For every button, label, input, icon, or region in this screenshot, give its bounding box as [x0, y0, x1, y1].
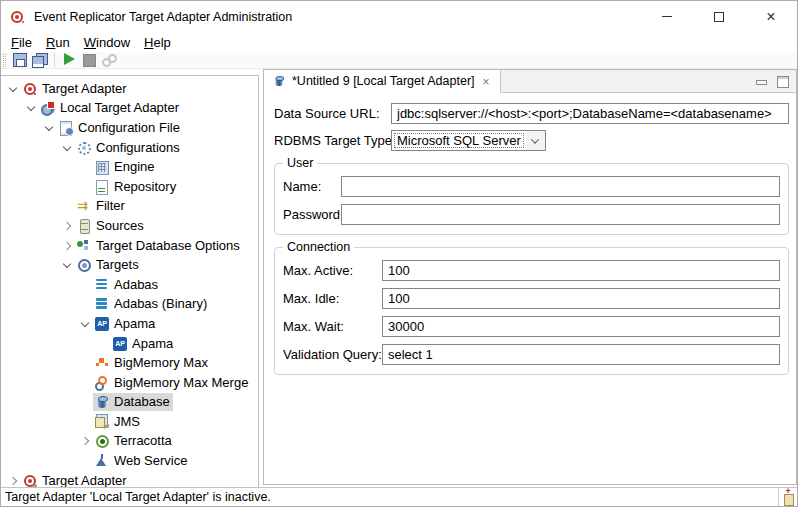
chevron-spacer	[59, 198, 75, 214]
targets-icon	[76, 257, 92, 273]
tree-item-terracotta[interactable]: Terracotta	[1, 432, 258, 452]
menu-file[interactable]: File	[4, 34, 39, 51]
menu-run[interactable]: Run	[39, 34, 77, 51]
chevron-down-icon[interactable]	[23, 100, 39, 116]
tree-item-sources[interactable]: Sources	[1, 216, 258, 236]
stop-icon[interactable]	[81, 52, 98, 68]
engine-icon	[94, 159, 110, 175]
chevron-down-icon[interactable]	[5, 81, 21, 97]
tree-item-bigmemory-max[interactable]: BigMemory Max	[1, 353, 258, 373]
maximize-icon	[714, 12, 724, 22]
tab-close-icon[interactable]: ×	[480, 75, 493, 88]
toolbar-separator	[54, 53, 55, 67]
app-window: Event Replicator Target Adapter Administ…	[0, 0, 798, 507]
configuration-file-icon	[58, 120, 74, 136]
data-source-url-input[interactable]	[391, 103, 789, 124]
bigmemory-max-icon	[94, 355, 110, 371]
password-field[interactable]	[341, 204, 780, 225]
name-field[interactable]	[341, 176, 780, 197]
tree-item-target-adapter-2[interactable]: Target Adapter	[1, 471, 258, 487]
user-group: User Name: Password:	[274, 163, 789, 235]
tree-item-engine[interactable]: Engine	[1, 157, 258, 177]
validation-query-field[interactable]	[382, 344, 780, 365]
chevron-right-icon[interactable]	[59, 218, 75, 234]
tree-item-target-adapter[interactable]: Target Adapter	[1, 79, 258, 99]
status-message: Target Adapter 'Local Target Adapter' is…	[5, 490, 271, 504]
tree-item-filter[interactable]: Filter	[1, 197, 258, 217]
tree-item-local-target-adapter[interactable]: Local Target Adapter	[1, 99, 258, 119]
tree-item-database[interactable]: Database	[1, 393, 258, 413]
max-active-field[interactable]	[382, 260, 780, 281]
name-row: Name:	[283, 176, 780, 197]
max-idle-row: Max. Idle:	[283, 288, 780, 309]
minimize-icon	[662, 16, 672, 17]
close-icon: ×	[766, 9, 775, 25]
max-idle-field[interactable]	[382, 288, 780, 309]
tree-item-adabas-binary[interactable]: Adabas (Binary)	[1, 295, 258, 315]
repository-icon	[94, 179, 110, 195]
tree-item-configuration-file[interactable]: Configuration File	[1, 118, 258, 138]
rdbms-target-type-select[interactable]: Microsoft SQL Server	[391, 130, 546, 151]
chevron-down-icon[interactable]	[41, 120, 57, 136]
chevron-down-icon[interactable]	[77, 316, 93, 332]
target-adapter-gear-icon	[22, 473, 38, 487]
minimize-button[interactable]	[641, 1, 693, 32]
chevron-spacer	[77, 394, 93, 410]
chevron-right-icon[interactable]	[59, 238, 75, 254]
tree-item-target-database-options[interactable]: Target Database Options	[1, 236, 258, 256]
main-area: Target Adapter Local Target Adapter Conf…	[1, 69, 797, 487]
apama-icon: AP	[113, 337, 127, 351]
max-active-label: Max. Active:	[283, 263, 382, 278]
name-label: Name:	[283, 179, 341, 194]
tree-item-configurations[interactable]: Configurations	[1, 138, 258, 158]
tree-item-adabas[interactable]: Adabas	[1, 275, 258, 295]
close-button[interactable]: ×	[745, 1, 797, 32]
chevron-down-icon[interactable]	[59, 257, 75, 273]
chevron-right-icon[interactable]	[77, 433, 93, 449]
max-wait-label: Max. Wait:	[283, 319, 382, 334]
password-row: Password:	[283, 204, 780, 225]
max-wait-field[interactable]	[382, 316, 780, 337]
jms-icon	[94, 414, 110, 430]
title-bar: Event Replicator Target Adapter Administ…	[1, 1, 797, 32]
tree-item-targets[interactable]: Targets	[1, 255, 258, 275]
save-icon[interactable]	[11, 52, 28, 68]
status-trim-area	[778, 488, 797, 506]
window-title: Event Replicator Target Adapter Administ…	[34, 10, 641, 24]
menu-help[interactable]: Help	[137, 34, 178, 51]
tree-item-web-service[interactable]: Web Service	[1, 451, 258, 471]
adapter-form: Data Source URL: RDBMS Target Type: Micr…	[264, 93, 796, 484]
maximize-button[interactable]	[693, 1, 745, 32]
link-icon[interactable]	[101, 52, 118, 68]
filter-icon	[76, 198, 92, 214]
save-all-icon[interactable]	[31, 52, 48, 68]
configurations-icon	[76, 140, 92, 156]
rdbms-target-type-label: RDBMS Target Type:	[274, 133, 391, 148]
chevron-right-icon[interactable]	[5, 473, 21, 487]
target-database-options-icon	[76, 238, 92, 254]
chevron-spacer	[77, 453, 93, 469]
chevron-spacer	[77, 179, 93, 195]
maximize-view-icon[interactable]	[775, 74, 789, 88]
tree-item-bigmemory-max-merge[interactable]: BigMemory Max Merge	[1, 373, 258, 393]
data-source-url-label: Data Source URL:	[274, 106, 391, 121]
tree-item-apama-child[interactable]: APApama	[1, 334, 258, 354]
menu-window[interactable]: Window	[77, 34, 137, 51]
chevron-down-icon[interactable]	[59, 140, 75, 156]
database-icon	[94, 394, 110, 410]
connection-group: Connection Max. Active: Max. Idle: Max. …	[274, 247, 789, 375]
run-icon[interactable]	[61, 52, 78, 68]
chevron-spacer	[77, 355, 93, 371]
chevron-spacer	[77, 375, 93, 391]
progress-trim-icon[interactable]	[782, 490, 794, 505]
tab-untitled-9[interactable]: *Untitled 9 [Local Target Adapter] ×	[264, 70, 501, 93]
tree-item-repository[interactable]: Repository	[1, 177, 258, 197]
user-group-title: User	[283, 156, 317, 170]
minimize-view-icon[interactable]	[754, 74, 768, 88]
chevron-down-icon[interactable]	[526, 131, 545, 150]
rdbms-target-type-value: Microsoft SQL Server	[392, 131, 526, 150]
validation-query-label: Validation Query:	[283, 347, 382, 362]
tree-item-jms[interactable]: JMS	[1, 412, 258, 432]
tree-item-apama[interactable]: APApama	[1, 314, 258, 334]
toolbar-drag-handle[interactable]	[3, 54, 6, 67]
